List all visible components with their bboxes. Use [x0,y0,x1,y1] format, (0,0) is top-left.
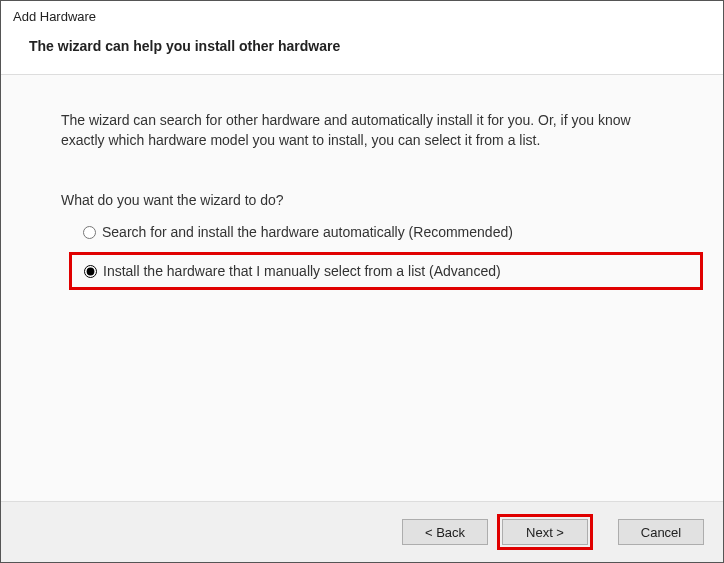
wizard-subtitle: The wizard can help you install other ha… [29,38,711,54]
wizard-footer: < Back Next > Cancel [1,502,723,562]
install-method-group: Search for and install the hardware auto… [79,222,663,290]
option-auto-label: Search for and install the hardware auto… [102,224,513,240]
back-button[interactable]: < Back [402,519,488,545]
option-manual-row[interactable]: Install the hardware that I manually sel… [80,261,692,281]
window-title: Add Hardware [13,9,711,24]
wizard-header: Add Hardware The wizard can help you ins… [1,1,723,74]
wizard-question: What do you want the wizard to do? [61,192,663,208]
option-auto-radio[interactable] [83,226,96,239]
back-button-wrap: < Back [399,514,491,550]
cancel-button[interactable]: Cancel [618,519,704,545]
highlight-manual-option: Install the hardware that I manually sel… [69,252,703,290]
option-manual-radio[interactable] [84,265,97,278]
cancel-button-wrap: Cancel [615,514,707,550]
add-hardware-wizard: Add Hardware The wizard can help you ins… [0,0,724,563]
wizard-description: The wizard can search for other hardware… [61,111,663,150]
next-button[interactable]: Next > [502,519,588,545]
wizard-body: The wizard can search for other hardware… [1,74,723,502]
option-auto-row[interactable]: Search for and install the hardware auto… [79,222,663,242]
highlight-next-button: Next > [497,514,593,550]
option-manual-label: Install the hardware that I manually sel… [103,263,501,279]
